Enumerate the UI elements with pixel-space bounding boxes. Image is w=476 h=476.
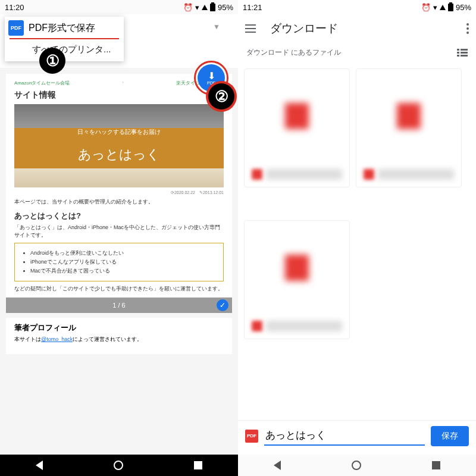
clock: 11:21	[243, 3, 262, 12]
home-icon[interactable]	[352, 461, 361, 470]
pdf-icon: PDF	[8, 20, 24, 36]
app-title: ダウンロード	[270, 21, 466, 36]
print-preview-page: Amazonタイムセール会場 › 楽天タイムセール会場 サイト情報 日々をハック…	[6, 74, 232, 313]
battery-icon	[448, 4, 453, 11]
alarm-icon: ⏰	[183, 3, 193, 12]
pdf-thumbnail-icon	[285, 103, 309, 129]
pdf-thumbnail-icon	[285, 255, 309, 281]
save-file-bar: PDF あっとはっく 保存	[238, 420, 476, 451]
recents-icon[interactable]	[194, 461, 202, 469]
file-tile[interactable]	[244, 68, 350, 187]
save-button[interactable]: 保存	[431, 426, 469, 446]
print-preview-page-2: 筆者プロフィール 本サイトは@tomo_hackによって運営されています。	[6, 318, 232, 354]
file-grid	[238, 62, 476, 372]
file-tile[interactable]	[244, 220, 350, 339]
heading-site-info: サイト情報	[14, 90, 224, 101]
more-vert-icon[interactable]	[466, 23, 469, 34]
pdf-thumbnail-icon	[397, 103, 421, 129]
page-selected-check-icon[interactable]: ✓	[217, 299, 228, 311]
breadcrumb: Amazonタイムセール会場	[14, 80, 70, 86]
android-nav-bar	[0, 455, 238, 476]
subheader: ダウンロード にあるファイル	[238, 43, 476, 62]
back-icon[interactable]	[36, 461, 43, 470]
status-bar: 11:21 ⏰ ▾ 95%	[238, 0, 476, 14]
all-printers-option[interactable]: すべてのプリンタ...	[8, 44, 120, 55]
signal-icon	[440, 5, 446, 10]
pdf-icon	[252, 321, 262, 331]
annotation-marker-1: ①	[39, 48, 65, 74]
back-icon[interactable]	[274, 461, 281, 470]
pdf-icon	[252, 169, 262, 180]
filename-input[interactable]: あっとはっく	[264, 426, 425, 446]
file-name-blurred	[266, 321, 342, 331]
battery-pct: 95%	[218, 3, 233, 12]
file-name-blurred	[378, 169, 454, 180]
signal-icon	[202, 5, 208, 10]
recents-icon[interactable]	[432, 461, 440, 469]
list-view-icon[interactable]	[457, 49, 468, 57]
wifi-icon: ▾	[433, 3, 437, 12]
save-as-pdf-popup[interactable]: PDF PDF形式で保存 すべてのプリンタ...	[5, 17, 124, 61]
chevron-right-icon: ›	[122, 80, 124, 86]
file-tile[interactable]	[356, 68, 462, 187]
highlight-box: Androidをもっと便利に使いこなしたい iPhoneでこんなアプリを探してい…	[14, 243, 224, 281]
file-name-blurred	[266, 169, 342, 180]
clock: 11:20	[5, 3, 24, 12]
pdf-icon	[364, 169, 374, 180]
android-nav-bar	[238, 455, 476, 476]
underline	[10, 38, 119, 39]
popup-title: PDF形式で保存	[29, 22, 95, 35]
battery-pct: 95%	[456, 3, 471, 12]
dates: ⟳2020.02.22 ✎2013.12.01	[14, 190, 224, 196]
download-icon: ⬇	[208, 71, 215, 81]
wifi-icon: ▾	[195, 3, 199, 12]
menu-icon[interactable]	[245, 24, 256, 33]
pdf-icon: PDF	[245, 430, 258, 443]
app-bar: ダウンロード	[238, 14, 476, 43]
status-bar: 11:20 ⏰ ▾ 95%	[0, 0, 238, 14]
page-indicator: 1 / 6 ✓	[6, 298, 232, 313]
site-banner: 日々をハックする記事をお届け あっとはっく	[14, 104, 224, 187]
alarm-icon: ⏰	[421, 3, 431, 12]
author-link[interactable]: @tomo_hack	[41, 336, 73, 342]
annotation-marker-2: ②	[208, 83, 234, 109]
battery-icon	[210, 4, 215, 11]
chevron-down-icon[interactable]: ▼	[213, 23, 220, 31]
home-icon[interactable]	[114, 461, 123, 470]
